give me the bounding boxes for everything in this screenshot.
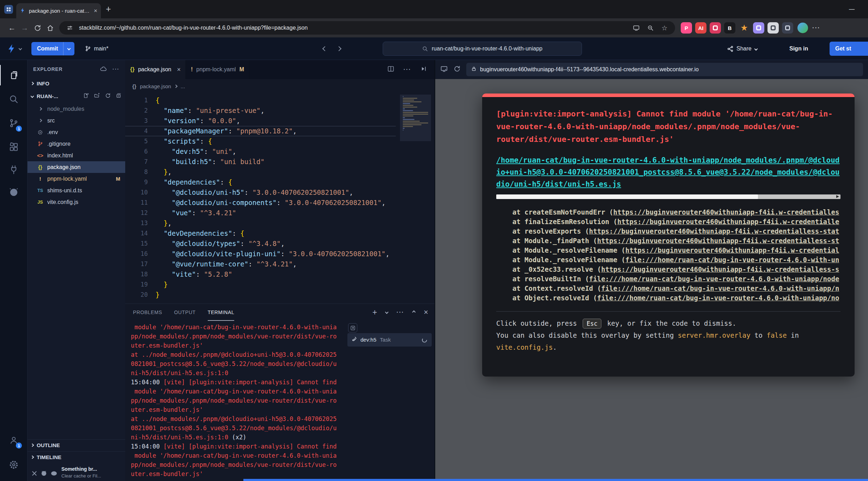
code-line-12[interactable]: 12 "vue": "^3.4.21" [125,208,396,218]
code-line-9[interactable]: 9 "dependencies": { [125,177,396,187]
section-timeline[interactable]: TIMELINE [28,451,125,463]
error-file-link[interactable]: /home/ruan-cat/bug-in-vue-router-4.6.0-w… [496,154,840,190]
x-social-icon[interactable] [32,471,37,477]
file-item-index.html[interactable]: <>index.html [28,150,125,161]
file-item-src[interactable]: src [28,115,125,126]
scrollbar-arrow-icon[interactable] [836,195,839,198]
tab-package-json[interactable]: {} package.json × [125,60,186,79]
tab-pnpm-lock[interactable]: ! pnpm-lock.yaml M [186,60,249,79]
refresh-icon[interactable] [105,93,111,100]
extension-gray-icon[interactable] [767,22,779,34]
file-item-vite.config.js[interactable]: JSvite.config.js [28,196,125,208]
code-line-16[interactable]: 16 "@dcloudio/vite-plugin-uni": "3.0.0-4… [125,249,396,259]
terminal[interactable]: module '/home/ruan-cat/bug-in-vue-router… [125,320,435,481]
breadcrumb-file[interactable]: package.json [140,83,171,89]
branch-selector[interactable]: main* [85,46,109,52]
stack-link[interactable]: file:///home/ruan-cat/bug-in-vue-router-… [625,256,839,264]
profile-avatar[interactable] [797,23,808,33]
code-line-6[interactable]: 6 "dev:h5": "uni", [125,146,396,157]
browser-tab[interactable]: package.json - ruan-cat/bug × [16,3,101,18]
preview-reload-icon[interactable] [454,65,461,74]
site-info-icon[interactable] [65,25,75,31]
stack-link[interactable]: file:///home/ruan-cat/bug-in-vue-router-… [589,275,839,283]
extension-red-icon[interactable] [710,22,721,34]
tab-problems[interactable]: PROBLEMS [133,304,162,321]
code-line-8[interactable]: 8 }, [125,167,396,177]
new-folder-icon[interactable] [94,93,100,100]
get-started-button[interactable]: Get st [830,42,868,56]
breadcrumb-more[interactable]: ... [181,83,185,89]
panel-close-icon[interactable]: × [424,309,428,316]
preview-address-bar[interactable]: buginvuerouter460withuniapp-f4ii--5173--… [466,63,863,76]
reload-icon[interactable] [31,22,44,34]
home-icon[interactable] [44,22,56,34]
tab-output[interactable]: OUTPUT [174,304,196,321]
window-minimize-button[interactable]: — [844,2,860,16]
scrollbar-thumb[interactable] [496,194,758,199]
horizontal-scrollbar[interactable] [496,194,840,199]
browser-tab-actions-icon[interactable] [4,5,13,14]
new-tab-button[interactable]: + [106,4,111,13]
stack-link[interactable]: file:///home/ruan-cat/bug-in-vue-router-… [597,294,839,302]
explorer-more-icon[interactable]: ··· [113,66,120,72]
project-search[interactable]: ruan-cat/bug-in-vue-router-4.6.0-with-un… [383,42,582,56]
extension-puzzle-icon[interactable] [782,22,793,34]
extensions-activity-icon[interactable] [0,137,28,157]
file-item-package.json[interactable]: {}package.json [28,161,125,173]
section-project[interactable]: RUAN-... [28,90,125,102]
terminal-launch-icon[interactable] [348,323,357,332]
code-line-14[interactable]: 14 "devDependencies": { [125,228,396,239]
code-line-10[interactable]: 10 "@dcloudio/uni-h5": "3.0.0-4070620250… [125,187,396,198]
file-item-pnpm-lock.yaml[interactable]: !pnpm-lock.yamlM [28,173,125,185]
section-info[interactable]: INFO [28,78,125,89]
github-activity-icon[interactable] [0,182,28,203]
editor-more-icon[interactable]: ··· [403,66,411,73]
forward-icon[interactable]: → [18,22,31,34]
file-item-node_modules[interactable]: node_modules [28,103,125,115]
code-line-7[interactable]: 7 "build:h5": "uni build" [125,157,396,167]
new-terminal-icon[interactable]: + [372,309,377,316]
account-activity-icon[interactable]: 1 [0,430,28,450]
search-activity-icon[interactable] [0,89,28,109]
send-to-device-icon[interactable] [631,24,641,31]
extension-ai-icon[interactable]: AI [695,22,706,34]
status-subtitle[interactable]: Clear cache or Fil... [61,473,124,479]
ports-plug-activity-icon[interactable] [0,160,28,180]
nav-forward-icon[interactable] [336,46,341,51]
status-title[interactable]: Something br... [61,466,124,472]
sign-in-button[interactable]: Sign in [789,37,808,60]
commit-caret-icon[interactable] [63,42,74,55]
commit-button[interactable]: Commit [31,42,74,55]
share-button[interactable]: Share [727,37,757,60]
panel-maximize-icon[interactable] [412,311,416,314]
tab-close-icon[interactable]: × [94,7,97,14]
bookmark-star-icon[interactable]: ☆ [660,24,669,32]
address-bar[interactable]: stackblitz.com/~/github.com/ruan-cat/bug… [59,21,675,35]
github-icon[interactable] [41,470,47,478]
extension-b-icon[interactable]: B [724,22,735,34]
code-line-18[interactable]: 18 "vite": "5.2.8" [125,269,396,279]
code-line-11[interactable]: 11 "@dcloudio/uni-components": "3.0.0-40… [125,198,396,208]
zoom-icon[interactable] [645,25,655,31]
code-line-3[interactable]: 3 "version": "0.0.0", [125,116,396,126]
vite-error-overlay[interactable]: [plugin:vite:import-analysis] Cannot fin… [482,94,855,377]
new-file-icon[interactable] [83,93,89,100]
discord-icon[interactable] [51,471,57,477]
collapse-all-icon[interactable] [116,93,122,100]
breadcrumb[interactable]: {} package.json ... [125,79,435,93]
file-item-.env[interactable]: .env [28,126,125,138]
section-outline[interactable]: OUTLINE [28,439,125,451]
cloud-sync-icon[interactable] [100,66,107,73]
tab-terminal[interactable]: TERMINAL [208,304,235,321]
tab-close-icon[interactable]: × [177,66,181,73]
code-line-15[interactable]: 15 "@dcloudio/types": "^3.4.8", [125,239,396,249]
code-line-19[interactable]: 19 } [125,279,396,290]
extension-p-icon[interactable]: P [681,22,692,34]
stack-link[interactable]: https://buginvuerouter460withuniapp-f4ii… [601,265,839,273]
terminal-dropdown-icon[interactable] [385,311,389,314]
code-line-17[interactable]: 17 "@vue/runtime-core": "^3.4.21", [125,259,396,269]
back-icon[interactable]: ← [6,22,18,34]
split-editor-icon[interactable] [387,65,394,74]
extension-star-icon[interactable]: ★ [739,22,750,34]
minimap[interactable] [400,95,431,131]
